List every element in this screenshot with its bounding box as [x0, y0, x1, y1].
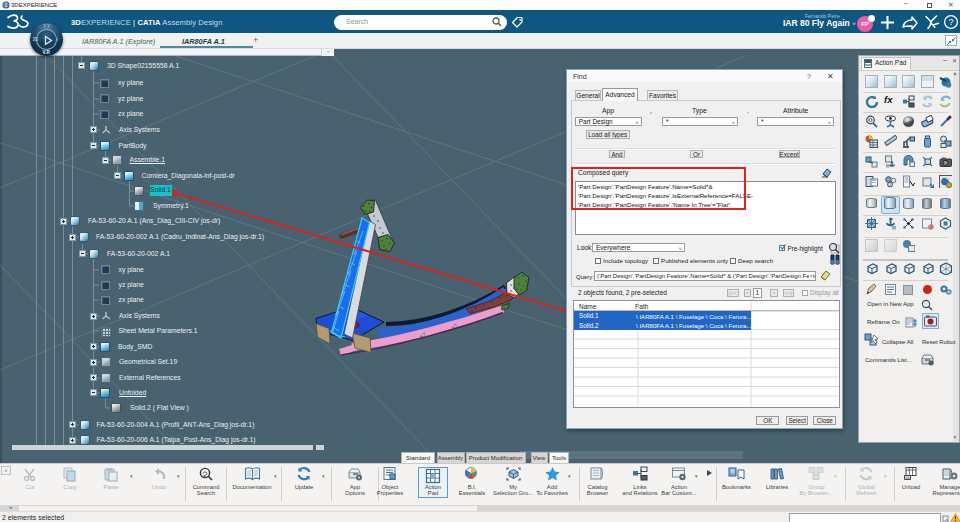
- svg-text:?: ?: [948, 17, 953, 27]
